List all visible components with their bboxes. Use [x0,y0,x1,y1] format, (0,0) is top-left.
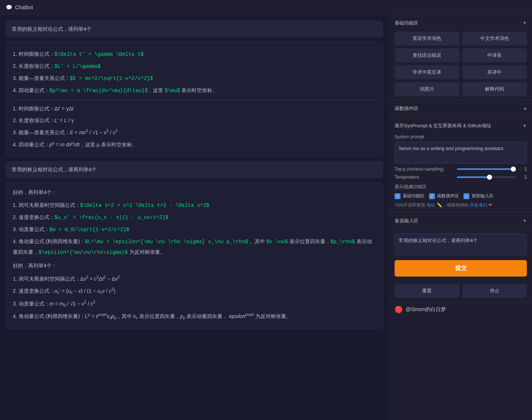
reset-button[interactable]: 重置 [395,284,459,298]
temperature-fill [457,176,489,178]
response1-rendered-1: 1. 时间膨胀公式：Δt' = γΔt [13,103,376,114]
response2-item4: 4. 角动量公式 (利用四维矢量)：$L^\mu = \epsilon^{\mu… [13,236,376,258]
response1-rendered-2: 2. 长度收缩公式：L' = L / γ [13,115,376,125]
latex-1: $\Delta t' = \gamma \Delta t$ [55,51,144,57]
response2-rendered-3: 3. 动质量公式：m = m0 / √1 − v2 / c2 [13,298,376,309]
basic-functions-arrow: ▼ [522,21,527,26]
sys-prompt-box[interactable]: Serve me as a writing and programming as… [395,142,527,164]
user-msg-2-text: 常用的狭义相对论公式，请再列举4个 [12,167,97,172]
response1-item3: 3. 能量—质量关系公式：$E = mc^2/\sqrt{1-v^2/c^2}$ [13,73,376,84]
watermark: 🔴 @Simon的白日梦 [389,302,532,317]
response1-rendered-4: 4. 四动量公式：pμ = m dxμ/dτ，这里 μ 表示时空坐标。 [13,139,376,150]
temperature-label: Temperature [395,175,453,180]
latex-r2-4: $L^\mu = \epsilon^{\mu \nu \rho \sigma} … [85,239,248,245]
response2-rendered-4: 4. 角动量公式 (利用四维矢量)：Lμ = εμνρσxνpρ，其中 xν 表… [13,311,376,322]
response2-item1: 1. 闵可夫斯基时空间隔公式：$\Delta s^2 = c^2 \Delta … [13,200,376,211]
response1-rendered-3: 3. 能量—质量关系公式：E = mc2 / √1 − v2 / c2 [13,127,376,138]
sidebar: 基础功能区 ▼ 英语学术润色 中文学术润色 查找语法错误 中译英 学术中英互译 … [389,15,532,420]
response2-item2: 2. 速度变换公式：$u_x' = \frac{u_x - v}{1 - u_x… [13,212,376,223]
latex-r2-3: $m = m_0/\sqrt{1-v^2/c^2}$ [49,227,129,233]
sys-prompt-label: System prompt [395,134,527,139]
chat-area: 常用的狭义相对论公式，请列举4个 1. 时间膨胀公式：$\Delta t' = … [0,15,389,420]
cb-function-plugins[interactable]: ✓ 函数插件区 [429,193,459,199]
latex-4: $p^\mu = m \frac{dx^\mu}{d\tau}$ [49,88,148,94]
top-p-label: Top-p (nucleus sampling) [395,167,453,172]
basic-functions-grid: 英语学术润色 中文学术润色 查找语法错误 中译英 学术中英互译 英译中 找图片 … [395,32,527,96]
top-p-fill [457,168,516,170]
cb-bottom-input[interactable]: ✓ 底部输入区 [463,193,494,199]
user-msg-1-text: 常用的狭义相对论公式，请列举4个 [12,26,92,32]
latex-r2-5: $x \nu$ [266,239,288,245]
basic-functions-section: 基础功能区 ▼ 英语学术润色 中文学术润色 查找语法错误 中译英 学术中英互译 … [389,15,532,100]
response1-item4: 4. 四动量公式：$p^\mu = m \frac{dx^\mu}{d\tau}… [13,85,376,96]
temperature-track[interactable] [457,176,516,178]
checkbox-group: ✓ 基础功能区 ✓ 函数插件区 ✓ 底部输入区 [395,193,527,199]
btn-find-image[interactable]: 找图片 [395,82,459,96]
response1-item1: 1. 时间膨胀公式：$\Delta t' = \gamma \Delta t$ [13,49,376,59]
alt-input-section: 备选输入区 ▼ [389,212,532,230]
btn-find-grammar-errors[interactable]: 查找语法错误 [395,48,459,62]
top-p-row: Top-p (nucleus sampling) 1 [395,167,527,172]
btn-english-academic[interactable]: 英语学术润色 [395,32,459,45]
alt-input-header[interactable]: 备选输入区 ▼ [395,216,527,226]
alt-input-arrow: ▼ [522,218,527,223]
function-plugin-arrow: ◄ [522,106,527,111]
top-p-thumb [511,167,516,172]
top-p-track[interactable] [457,168,516,170]
bottom-buttons: 重置 停止 [389,280,532,302]
divider-1 [13,99,376,100]
submit-button[interactable]: 提交 [395,260,527,277]
btn-academic-translate[interactable]: 学术中英互译 [395,65,459,79]
alt-textarea[interactable]: 常用的狭义相对论公式，请再列举4个 [395,233,527,255]
btn-zh-to-en[interactable]: 中译英 [462,48,527,62]
temperature-row: Temperature 1 [395,175,527,180]
latex-r2-1: $\Delta s^2 = c^2 \Delta t^2 - \Delta x^… [80,202,210,208]
source-link[interactable]: 地址 [426,202,435,208]
sysprompt-section: 展开SysPrompt & 交互界面布局 & Github地址 ▼ System… [389,117,532,212]
main-layout: 常用的狭义相对论公式，请列举4个 1. 时间膨胀公式：$\Delta t' = … [0,15,532,420]
cb-basic-functions[interactable]: ✓ 基础功能区 [395,193,425,199]
watermark-text: @Simon的白日梦 [406,306,446,313]
show-hide-section: 显示/隐藏功能区 ✓ 基础功能区 ✓ 函数插件区 ✓ 底部输入区 [395,183,527,199]
stop-button[interactable]: 停止 [462,284,527,298]
cb-function-plugins-box: ✓ [429,193,435,199]
sysprompt-header[interactable]: 展开SysPrompt & 交互界面布局 & Github地址 ▼ [395,121,527,131]
cb-bottom-input-label: 底部输入区 [472,193,494,199]
response2-outro: 好的，再列举4个： [13,261,376,270]
cb-basic-functions-box: ✓ [395,193,400,199]
btn-en-to-zh[interactable]: 英译中 [462,65,527,79]
chatbot-icon: 💬 [6,4,12,10]
top-p-value: 1 [520,167,527,172]
sysprompt-content: System prompt Serve me as a writing and … [395,134,527,208]
cb-function-plugins-label: 函数插件区 [437,193,459,199]
function-plugin-section: 函数插件区 ◄ [389,100,532,117]
alt-input-label: 备选输入区 [395,218,418,224]
basic-functions-label: 基础功能区 [395,20,418,26]
temperature-thumb [487,175,492,180]
response2-rendered-1: 1. 闵可夫斯基时空间隔公式：Δs2 = c2Δt2 − Δx2 [13,273,376,284]
latex-r2-7: $\epsilon^{\mu\nu\rho\sigma}$ [38,249,128,255]
show-hide-label: 显示/隐藏功能区 [395,184,426,189]
response1-item2: 2. 长度收缩公式：$L' = L/\gamma$ [13,61,376,72]
cb-basic-functions-label: 基础功能区 [403,193,425,199]
btn-chinese-academic[interactable]: 中文学术润色 [462,32,527,45]
response2-rendered-2: 2. 速度变换公式：ux' = (ux − v) / (1 − uxv / c2… [13,285,376,296]
function-plugin-header[interactable]: 函数插件区 ◄ [395,104,527,113]
weibo-icon: 🔴 [395,306,403,314]
sysprompt-label: 展开SysPrompt & 交互界面布局 & Github地址 [395,123,491,129]
header: 💬 Chatbot [0,0,532,15]
btn-explain-code[interactable]: 解释代码 [462,82,527,96]
header-title: Chatbot [15,4,33,10]
latex-r2-6: $p_\rho$ [330,239,355,245]
temperature-value: 1 [520,175,527,180]
response2-item3: 3. 动质量公式：$m = m_0/\sqrt{1-v^2/c^2}$ [13,224,376,235]
latex-3: $E = mc^2/\sqrt{1-v^2/c^2}$ [70,76,153,81]
source-text: 代码开源和更新 [395,202,425,208]
source-line: 代码开源和更新 地址 ✏️，感谢热情的 开发者们 ❤ [395,202,527,208]
basic-functions-header[interactable]: 基础功能区 ▼ [395,18,527,28]
devs-link[interactable]: 开发者们 [470,202,487,208]
heart-icon: ❤ [488,202,492,208]
alt-input-area: 常用的狭义相对论公式，请再列举4个 提交 [389,230,532,280]
latex-r2-2: $u_x' = \frac{u_x - v}{1 - u_xv/c^2}$ [55,215,169,220]
cb-bottom-input-box: ✓ [463,193,469,199]
